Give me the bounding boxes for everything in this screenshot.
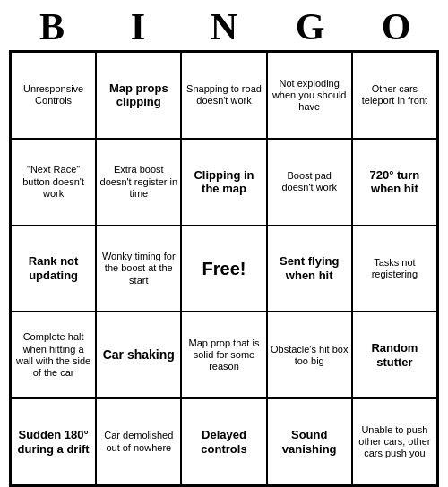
bingo-cell-r2c1[interactable]: Wonky timing for the boost at the start xyxy=(96,226,181,312)
bingo-cell-r3c0[interactable]: Complete halt when hitting a wall with t… xyxy=(11,312,96,398)
bingo-cell-r1c1[interactable]: Extra boost doesn't register in time xyxy=(96,139,181,226)
title-b: B xyxy=(13,5,91,48)
bingo-cell-r2c3[interactable]: Sent flying when hit xyxy=(267,226,352,312)
bingo-cell-r0c0[interactable]: Unresponsive Controls xyxy=(11,52,96,139)
title-n: N xyxy=(185,5,263,48)
bingo-cell-r3c1[interactable]: Car shaking xyxy=(96,312,181,398)
bingo-cell-r4c0[interactable]: Sudden 180° during a drift xyxy=(11,398,96,485)
bingo-cell-r4c3[interactable]: Sound vanishing xyxy=(267,398,352,485)
bingo-cell-r2c4[interactable]: Tasks not registering xyxy=(352,226,437,312)
bingo-cell-r3c3[interactable]: Obstacle's hit box too big xyxy=(267,312,352,398)
bingo-cell-r4c2[interactable]: Delayed controls xyxy=(181,398,266,485)
bingo-cell-r0c3[interactable]: Not exploding when you should have xyxy=(267,52,352,139)
bingo-cell-r1c2[interactable]: Clipping in the map xyxy=(181,139,266,226)
bingo-cell-r0c4[interactable]: Other cars teleport in front xyxy=(352,52,437,139)
bingo-cell-r3c2[interactable]: Map prop that is solid for some reason xyxy=(181,312,266,398)
title-o: O xyxy=(357,5,435,48)
bingo-cell-r3c4[interactable]: Random stutter xyxy=(352,312,437,398)
bingo-cell-r4c1[interactable]: Car demolished out of nowhere xyxy=(96,398,181,485)
bingo-cell-r1c3[interactable]: Boost pad doesn't work xyxy=(267,139,352,226)
bingo-cell-r0c1[interactable]: Map props clipping xyxy=(96,52,181,139)
title-i: I xyxy=(99,5,177,48)
bingo-title: B I N G O xyxy=(9,0,439,50)
bingo-cell-r1c0[interactable]: "Next Race" button doesn't work xyxy=(11,139,96,226)
bingo-grid: Unresponsive ControlsMap props clippingS… xyxy=(9,50,439,487)
title-g: G xyxy=(271,5,349,48)
bingo-cell-r2c0[interactable]: Rank not updating xyxy=(11,226,96,312)
bingo-cell-r2c2[interactable]: Free! xyxy=(181,226,266,312)
bingo-cell-r4c4[interactable]: Unable to push other cars, other cars pu… xyxy=(352,398,437,485)
bingo-cell-r1c4[interactable]: 720° turn when hit xyxy=(352,139,437,226)
bingo-cell-r0c2[interactable]: Snapping to road doesn't work xyxy=(181,52,266,139)
